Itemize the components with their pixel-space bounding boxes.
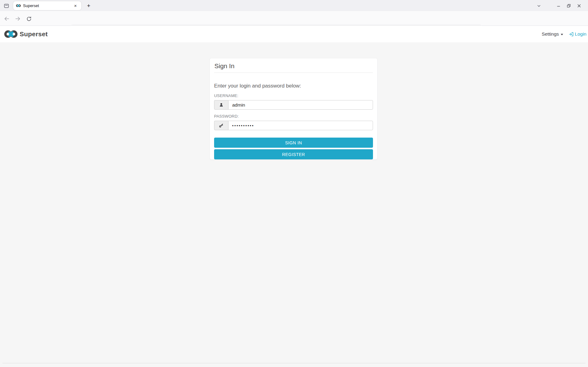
list-tabs-chevron-icon[interactable] — [535, 2, 543, 10]
username-label: USERNAME: — [214, 93, 373, 98]
username-input-group — [214, 100, 373, 110]
tab-bar: Superset × + — [0, 0, 588, 11]
window-close-button[interactable] — [575, 2, 583, 10]
superset-favicon-icon — [16, 4, 21, 7]
reload-button[interactable] — [25, 15, 33, 23]
brand-name: Superset — [20, 30, 48, 38]
password-input-group — [214, 121, 373, 130]
forward-button[interactable] — [14, 15, 22, 23]
username-input[interactable] — [228, 100, 373, 110]
settings-menu[interactable]: Settings — [542, 31, 563, 37]
password-label: PASSWORD: — [214, 114, 373, 119]
instruction-text: Enter your login and password below: — [214, 83, 373, 89]
key-icon — [214, 121, 228, 130]
header-nav: Settings Login — [542, 26, 586, 42]
settings-label: Settings — [542, 31, 559, 37]
chevron-down-icon — [561, 34, 563, 35]
window-minimize-button[interactable] — [555, 2, 563, 10]
superset-logo[interactable]: Superset — [4, 26, 48, 42]
sign-in-card: Sign In Enter your login and password be… — [209, 58, 378, 160]
user-icon — [214, 100, 228, 110]
card-divider — [214, 72, 373, 73]
browser-window: Superset × + — [0, 0, 588, 367]
sign-in-icon — [569, 32, 574, 37]
footer-divider — [2, 363, 586, 363]
card-title: Sign In — [214, 62, 373, 70]
browser-tab[interactable]: Superset × — [13, 1, 81, 10]
tab-title: Superset — [23, 3, 72, 8]
navigation-toolbar: 172.18.0.2:31037/login/ ☆ — [0, 11, 588, 26]
login-link[interactable]: Login — [569, 31, 586, 37]
new-tab-button[interactable]: + — [85, 2, 93, 10]
tab-close-icon[interactable]: × — [72, 3, 79, 9]
sign-in-button[interactable]: SIGN IN — [214, 138, 373, 148]
password-input[interactable] — [228, 121, 373, 130]
register-button[interactable]: REGISTER — [214, 149, 373, 159]
superset-infinity-icon — [4, 30, 18, 38]
app-header: Superset Settings Login — [0, 26, 588, 42]
back-button[interactable] — [3, 15, 11, 23]
login-label: Login — [575, 31, 586, 37]
window-restore-button[interactable] — [565, 2, 573, 10]
firefox-view-icon[interactable] — [2, 2, 10, 10]
